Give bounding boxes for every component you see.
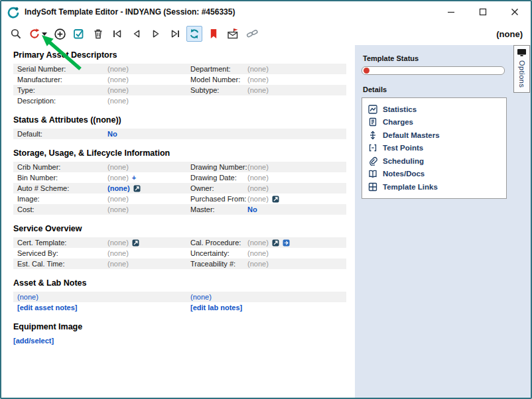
first-record-button[interactable] [109,26,125,42]
field-row: Cost: (none) Master: No [13,204,346,215]
minimize-button[interactable] [435,1,467,23]
section-title: Asset & Lab Notes [13,278,355,288]
field-row: Manufacturer: (none) Model Number: (none… [13,74,346,85]
department-value: (none) [247,64,346,74]
close-button[interactable] [499,1,531,23]
options-tab-label: Options [518,60,526,87]
field-row: Est. Cal. Time: (none) Traceability #: (… [13,258,346,269]
delete-button[interactable] [90,26,106,42]
field-label: Subtype: [190,85,247,95]
app-window: IndySoft Template Editor - INDYANG (Sess… [0,0,532,399]
section-title: Storage, Usage, & Lifecycle Information [13,148,355,158]
options-tab[interactable]: Options [513,45,530,93]
description-value: (none) [107,95,346,106]
field-label: Purchased From: [190,194,247,204]
side-panel: Template Status Details Statistics Charg… [355,45,531,398]
details-item-test-points[interactable]: Test Points [368,142,500,155]
field-row: Bin Number: (none) + Drawing Date: (none… [13,172,346,183]
details-item-statistics[interactable]: Statistics [368,103,500,116]
field-label: Serviced By: [17,248,107,258]
titlebar: IndySoft Template Editor - INDYANG (Sess… [1,1,531,23]
field-label: Description: [17,95,107,106]
section-title: Service Overview [13,224,355,233]
details-item-notes-docs[interactable]: Notes/Docs [368,168,500,181]
default-toggle-link[interactable]: No [107,129,117,139]
auto-scheme-jump-icon[interactable] [133,185,141,192]
field-label: Uncertainty: [190,248,247,258]
section-primary-asset-descriptors: Primary Asset Descriptors Serial Number:… [13,50,355,106]
email-button[interactable] [225,26,241,42]
field-row: Description: (none) [13,95,346,106]
asset-notes-value: (none) [17,292,38,302]
cal-procedure-open-icon[interactable] [283,239,290,247]
scheduling-icon [368,156,377,166]
cert-template-jump-icon[interactable] [132,239,139,247]
link-button[interactable] [244,26,260,42]
field-label: Drawing Date: [190,172,247,183]
add-bin-button[interactable]: + [132,172,136,183]
record-indicator: (none) [496,29,523,39]
owner-value: (none) [247,183,346,194]
details-label: Details [363,86,507,93]
field-label: Model Number: [190,74,247,85]
revert-button[interactable] [27,26,48,42]
test-points-icon [368,143,377,152]
details-item-charges[interactable]: Charges [368,116,500,129]
details-item-label: Test Points [383,144,423,152]
model-number-value: (none) [247,74,346,85]
status-indicator-dot [364,68,369,74]
window-controls [435,1,531,23]
field-row: Serial Number: (none) Department: (none) [13,64,346,74]
master-toggle-link[interactable]: No [247,204,257,215]
edit-button[interactable] [71,26,87,42]
revert-dropdown-icon[interactable] [42,32,47,36]
drawing-number-value: (none) [247,162,346,172]
add-button[interactable] [52,26,68,42]
edit-asset-notes-link[interactable]: [edit asset notes] [17,302,77,313]
cal-procedure-jump-icon[interactable] [272,239,279,247]
cal-procedure-value: (none) [247,237,269,248]
details-item-template-links[interactable]: Template Links [368,180,500,194]
details-item-scheduling[interactable]: Scheduling [368,154,500,168]
statistics-icon [368,105,377,114]
next-record-button[interactable] [148,26,164,42]
add-select-image-link[interactable]: [add/select] [13,337,54,345]
toolbar: (none) [1,23,531,45]
auto-scheme-link[interactable]: (none) [107,183,130,194]
bookmark-button[interactable] [206,26,222,42]
field-row: [edit asset notes] [edit lab notes] [13,302,346,313]
template-status-label: Template Status [363,54,507,62]
serviced-by-value: (none) [107,248,190,258]
purchased-from-jump-icon[interactable] [272,196,279,203]
field-row: Type: (none) Subtype: (none) [13,85,346,95]
refresh-button[interactable] [186,26,202,42]
image-value: (none) [107,194,190,204]
previous-record-button[interactable] [129,26,145,42]
field-row: Crib Number: (none) Drawing Number: (non… [13,162,346,172]
search-button[interactable] [8,26,24,42]
field-label: Image: [17,194,107,204]
details-item-label: Default Masters [383,131,440,139]
field-row: Cert. Template: (none) Cal. Procedure: (… [13,237,346,248]
maximize-button[interactable] [467,1,499,23]
bin-number-value: (none) [107,172,129,183]
notes-docs-icon [368,169,377,178]
field-label: Department: [190,64,247,74]
last-record-button[interactable] [167,26,183,42]
field-label: Manufacturer: [17,74,107,85]
type-value: (none) [107,85,190,95]
details-item-label: Notes/Docs [383,170,425,178]
template-status-bar [362,66,505,75]
details-item-default-masters[interactable]: Default Masters [368,129,500,142]
template-links-icon [368,182,377,192]
details-item-label: Statistics [383,105,417,113]
edit-lab-notes-link[interactable]: [edit lab notes] [190,302,242,313]
field-label: Auto # Scheme: [17,183,107,194]
field-row: Serviced By: (none) Uncertainty: (none) [13,248,346,258]
app-logo-icon [7,5,20,19]
drawing-date-value: (none) [247,172,346,183]
content-area: Primary Asset Descriptors Serial Number:… [1,45,531,398]
window-title: IndySoft Template Editor - INDYANG (Sess… [25,7,235,17]
field-label: Cert. Template: [17,237,107,248]
main-panel: Primary Asset Descriptors Serial Number:… [1,45,355,398]
